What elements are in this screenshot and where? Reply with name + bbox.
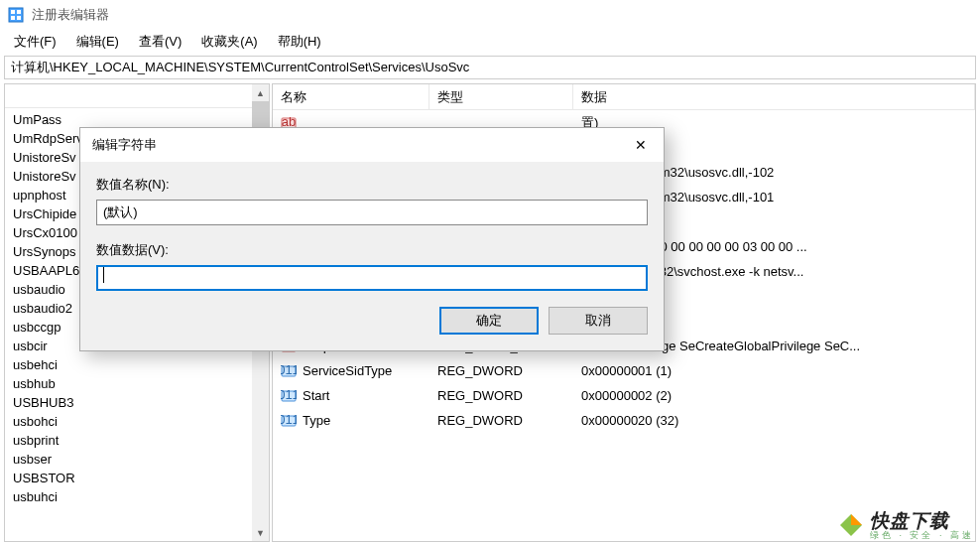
regedit-app-icon: [8, 7, 24, 23]
value-name: Start: [303, 388, 329, 403]
svg-rect-1: [11, 10, 15, 14]
svg-text:011: 011: [281, 388, 297, 402]
reg-binary-icon: 011: [281, 413, 297, 429]
value-data: 0x00000001 (1): [573, 363, 975, 378]
dialog-buttons: 确定 取消: [96, 307, 648, 335]
col-name[interactable]: 名称: [273, 84, 429, 109]
window-titlebar: 注册表编辑器: [0, 0, 980, 30]
values-header: 名称 类型 数据: [273, 84, 975, 110]
tree-header: [5, 84, 269, 108]
tree-item[interactable]: usbprint: [5, 431, 269, 450]
dialog-titlebar[interactable]: 编辑字符串 ✕: [80, 128, 664, 162]
menu-file[interactable]: 文件(F): [4, 31, 66, 53]
value-type: REG_DWORD: [429, 363, 573, 378]
close-icon[interactable]: ✕: [618, 129, 664, 161]
menu-favorites[interactable]: 收藏夹(A): [191, 31, 267, 53]
svg-marker-32: [851, 514, 862, 525]
value-row[interactable]: 011StartREG_DWORD0x00000002 (2): [273, 383, 975, 408]
value-name: ServiceSidType: [303, 363, 392, 378]
tree-item[interactable]: usbser: [5, 450, 269, 469]
menu-help[interactable]: 帮助(H): [268, 31, 331, 53]
watermark-logo-icon: [838, 512, 864, 538]
value-row[interactable]: 011TypeREG_DWORD0x00000020 (32): [273, 408, 975, 433]
menu-view[interactable]: 查看(V): [129, 31, 191, 53]
value-data: 0x00000020 (32): [573, 413, 975, 428]
tree-item[interactable]: usbehci: [5, 355, 269, 374]
cancel-button[interactable]: 取消: [549, 307, 648, 335]
tree-item[interactable]: USBSTOR: [5, 469, 269, 487]
scroll-down-icon[interactable]: ▼: [252, 524, 269, 541]
value-name-label: 数值名称(N):: [96, 176, 648, 194]
ok-button[interactable]: 确定: [439, 307, 539, 335]
scroll-up-icon[interactable]: ▲: [252, 84, 269, 101]
tree-item[interactable]: usbuhci: [5, 487, 269, 506]
value-type: REG_DWORD: [429, 388, 573, 403]
value-data-label: 数值数据(V):: [96, 241, 648, 259]
address-text: 计算机\HKEY_LOCAL_MACHINE\SYSTEM\CurrentCon…: [11, 59, 469, 76]
value-name-input[interactable]: [96, 200, 648, 225]
edit-string-dialog: 编辑字符串 ✕ 数值名称(N): 数值数据(V): 确定 取消: [79, 127, 665, 351]
tree-item[interactable]: usbhub: [5, 374, 269, 393]
reg-binary-icon: 011: [281, 363, 297, 379]
menu-edit[interactable]: 编辑(E): [66, 31, 129, 53]
value-data-input[interactable]: [96, 265, 648, 291]
svg-text:011: 011: [281, 413, 297, 427]
window-title: 注册表编辑器: [32, 6, 109, 24]
svg-text:011: 011: [281, 363, 297, 377]
col-type[interactable]: 类型: [429, 84, 573, 109]
dialog-title: 编辑字符串: [92, 136, 157, 154]
reg-binary-icon: 011: [281, 388, 297, 404]
watermark-title: 快盘下载: [870, 511, 974, 531]
value-name: Type: [303, 413, 330, 428]
watermark-subtitle: 绿色 · 安全 · 高速: [870, 531, 974, 540]
tree-item[interactable]: USBHUB3: [5, 393, 269, 412]
svg-rect-4: [17, 16, 21, 20]
value-row[interactable]: 011ServiceSidTypeREG_DWORD0x00000001 (1): [273, 358, 975, 383]
dialog-body: 数值名称(N): 数值数据(V): 确定 取消: [80, 162, 664, 350]
menubar: 文件(F) 编辑(E) 查看(V) 收藏夹(A) 帮助(H): [0, 30, 980, 54]
address-bar[interactable]: 计算机\HKEY_LOCAL_MACHINE\SYSTEM\CurrentCon…: [4, 56, 976, 79]
svg-rect-2: [17, 10, 21, 14]
tree-item[interactable]: usbohci: [5, 412, 269, 431]
value-type: REG_DWORD: [429, 413, 573, 428]
svg-rect-3: [11, 16, 15, 20]
value-data: 0x00000002 (2): [573, 388, 975, 403]
watermark: 快盘下载 绿色 · 安全 · 高速: [838, 511, 974, 540]
col-data[interactable]: 数据: [573, 84, 975, 109]
